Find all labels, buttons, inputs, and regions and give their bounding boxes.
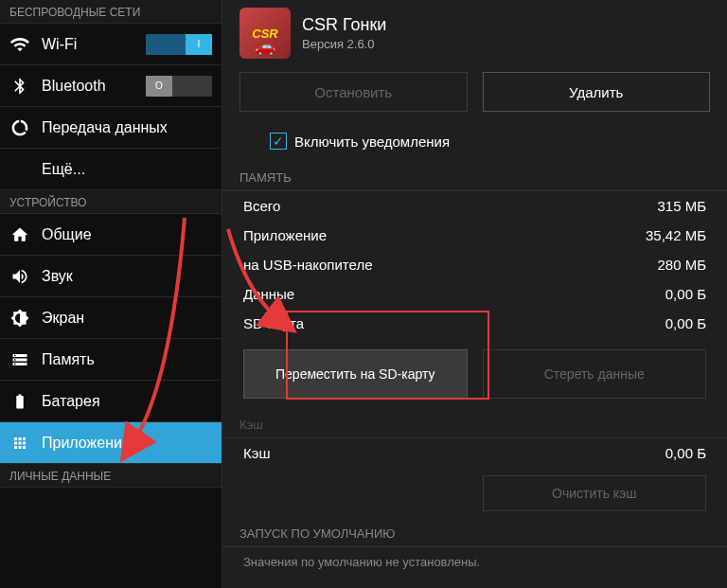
sidebar-label: Память [42, 351, 95, 368]
sidebar-item-battery[interactable]: Батарея [0, 381, 222, 422]
wifi-toggle[interactable]: I [146, 34, 212, 55]
checkbox-icon: ✓ [270, 133, 287, 150]
section-header-device: УСТРОЙСТВО [0, 190, 222, 214]
storage-usb-row: на USB-накопителе280 МБ [222, 250, 727, 279]
data-usage-icon [9, 117, 30, 138]
sidebar-label: Bluetooth [42, 78, 106, 95]
sidebar-item-data-usage[interactable]: Передача данных [0, 107, 222, 149]
storage-total-row: Всего315 МБ [222, 191, 727, 221]
move-to-sd-button[interactable]: Переместить на SD-карту [243, 349, 468, 399]
sidebar-item-more[interactable]: Ещё... [0, 149, 222, 190]
wifi-icon [9, 34, 30, 55]
sidebar-item-apps[interactable]: Приложения [0, 422, 222, 464]
app-name: CSR Гонки [302, 15, 386, 35]
notifications-checkbox-row[interactable]: ✓ Включить уведомления [222, 123, 727, 163]
storage-app-row: Приложение35,42 МБ [222, 221, 727, 250]
sidebar-label: Wi-Fi [42, 36, 77, 53]
section-header-wireless: БЕСПРОВОДНЫЕ СЕТИ [0, 0, 222, 24]
sound-icon [9, 266, 30, 287]
delete-button[interactable]: Удалить [483, 72, 711, 112]
launch-default-text: Значения по умолчанию не установлены. [222, 547, 727, 577]
battery-icon [9, 391, 30, 412]
storage-data-row: Данные0,00 Б [222, 279, 727, 309]
sidebar-label: Приложения [42, 435, 131, 452]
sidebar-item-sound[interactable]: Звук [0, 256, 222, 297]
settings-sidebar: БЕСПРОВОДНЫЕ СЕТИ Wi-Fi I Bluetooth O Пе… [0, 0, 222, 588]
sidebar-label: Батарея [42, 393, 100, 410]
sidebar-item-general[interactable]: Общие [0, 214, 222, 256]
app-version: Версия 2.6.0 [302, 37, 386, 51]
stop-button[interactable]: Остановить [239, 72, 468, 112]
bluetooth-icon [9, 76, 30, 97]
cache-hidden-header: Кэш [222, 410, 727, 438]
sidebar-label: Передача данных [42, 119, 168, 136]
sidebar-item-bluetooth[interactable]: Bluetooth O [0, 65, 222, 107]
storage-section-header: ПАМЯТЬ [222, 163, 727, 191]
sidebar-item-wifi[interactable]: Wi-Fi I [0, 24, 222, 65]
app-detail-panel: CSR Гонки Версия 2.6.0 Остановить Удалит… [222, 0, 727, 588]
sidebar-label: Общие [42, 226, 92, 243]
clear-cache-button[interactable]: Очистить кэш [483, 475, 707, 511]
home-icon [9, 224, 30, 245]
app-icon [239, 8, 291, 59]
sidebar-item-display[interactable]: Экран [0, 297, 222, 339]
cache-row: Кэш0,00 Б [222, 438, 727, 468]
section-header-personal: ЛИЧНЫЕ ДАННЫЕ [0, 464, 222, 488]
sidebar-label: Звук [42, 268, 73, 285]
blank-icon [9, 159, 30, 180]
sidebar-label: Ещё... [42, 161, 85, 178]
brightness-icon [9, 308, 30, 329]
storage-sd-row: SD-карта0,00 Б [222, 309, 727, 338]
sidebar-label: Экран [42, 310, 84, 327]
checkbox-label: Включить уведомления [294, 134, 450, 150]
bluetooth-toggle[interactable]: O [146, 76, 212, 97]
sidebar-item-storage[interactable]: Память [0, 339, 222, 381]
clear-data-button[interactable]: Стереть данные [483, 349, 707, 399]
storage-icon [9, 349, 30, 370]
apps-icon [9, 433, 30, 454]
launch-section-header: ЗАПУСК ПО УМОЛЧАНИЮ [222, 519, 727, 547]
